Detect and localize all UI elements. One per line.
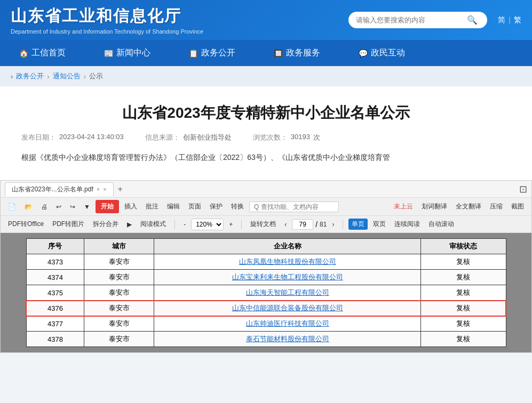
toolbar-convert[interactable]: 转换 xyxy=(228,200,247,213)
article-intro: 根据《优质中小企业梯度培育管理暂行办法》（工信部企业〔2022〕63号）、《山东… xyxy=(21,151,511,164)
page-input[interactable]: 79 xyxy=(292,219,313,230)
meta-date: 发布日期： 2023-04-24 13:40:03 xyxy=(21,133,124,142)
view-continuous[interactable]: 连续阅读 xyxy=(391,218,423,230)
table-header-row: 序号 城市 企业名称 审核状态 xyxy=(26,239,506,254)
toolbar-print[interactable]: 🖨 xyxy=(38,201,51,212)
cell-city: 泰安市 xyxy=(84,316,154,332)
pdf-to-office[interactable]: PDF转Office xyxy=(5,218,47,230)
toolbar-file-icon[interactable]: 📄 xyxy=(5,201,19,212)
news-icon: 📰 xyxy=(104,49,113,58)
search-icon[interactable]: 🔍 xyxy=(467,15,478,25)
toolbar-page[interactable]: 页面 xyxy=(185,200,204,213)
nav-item-home[interactable]: 🏠 工信首页 xyxy=(0,40,85,66)
table-row: 4375泰安市山东海天智能工程有限公司复核 xyxy=(26,285,506,301)
search-input[interactable] xyxy=(356,16,463,24)
company-table: 序号 城市 企业名称 审核状态 4373泰安市山东凤凰生物科技股份有限公司复核4… xyxy=(26,238,506,347)
pdf-tab-add[interactable]: + xyxy=(118,184,123,194)
view-mode-group: 单页 双页 连续阅读 自动滚动 xyxy=(348,218,457,230)
toolbar-protect[interactable]: 保护 xyxy=(207,200,226,213)
toolbar-arrow[interactable]: ▼ xyxy=(81,201,93,212)
toolbar-search-box[interactable] xyxy=(249,201,339,212)
table-row: 4377泰安市山东帅迪医疗科技有限公司复核 xyxy=(26,316,506,332)
toolbar-word-translate[interactable]: 划词翻译 xyxy=(418,200,450,213)
page-prev[interactable]: ‹ xyxy=(281,219,290,230)
nav-item-gov-service[interactable]: 🔲 政务服务 xyxy=(255,40,339,66)
views-count: 30193 xyxy=(291,133,310,142)
nav-item-news[interactable]: 📰 新闻中心 xyxy=(85,40,170,66)
pdf-window-controls: ⊡ xyxy=(519,183,527,195)
col-header-company: 企业名称 xyxy=(154,239,421,254)
page-meta: 发布日期： 2023-04-24 13:40:03 信息来源： 创新创业指导处 … xyxy=(21,133,511,142)
breadcrumb-gov-open[interactable]: 政务公开 xyxy=(16,71,44,81)
cell-company[interactable]: 山东帅迪医疗科技有限公司 xyxy=(154,316,421,332)
cell-id: 4373 xyxy=(26,254,84,270)
toolbar-screenshot[interactable]: 截图 xyxy=(508,200,527,213)
toolbar-open[interactable]: 📂 xyxy=(21,201,36,212)
toolbar-start[interactable]: 开始 xyxy=(96,200,119,213)
pdf-tab-active[interactable]: 山东省2023年...公示名单.pdf × × xyxy=(5,182,114,196)
home-icon: 🏠 xyxy=(19,49,28,58)
source-value: 创新创业指导处 xyxy=(183,133,232,142)
table-row: 4378泰安市泰石节能材料股份有限公司复核 xyxy=(26,332,506,347)
logo-subtitle: Department of Industry and Information T… xyxy=(11,28,203,35)
page-total: 81 xyxy=(320,221,327,228)
cell-id: 4378 xyxy=(26,332,84,347)
toolbar-annotate[interactable]: 批注 xyxy=(142,200,162,213)
view-single[interactable]: 单页 xyxy=(348,219,368,230)
cell-company[interactable]: 山东宝来利来生物工程股份有限公司 xyxy=(154,270,421,285)
toolbar-sep2 xyxy=(241,220,242,229)
pdf-tab-close[interactable]: × xyxy=(97,186,100,192)
toolbar-insert[interactable]: 插入 xyxy=(121,200,140,213)
read-mode[interactable]: 阅读模式 xyxy=(137,218,169,230)
play-btn[interactable]: ▶ xyxy=(124,219,135,230)
toolbar-full-translate[interactable]: 全文翻译 xyxy=(452,200,485,213)
toolbar-edit[interactable]: 编辑 xyxy=(164,200,183,213)
interaction-icon: 💬 xyxy=(359,49,368,58)
toolbar-search-input[interactable] xyxy=(254,203,334,211)
intro-text: 根据《优质中小企业梯度培育管理暂行办法》（工信部企业〔2022〕63号）、《山东… xyxy=(21,153,390,162)
breadcrumb-notice[interactable]: 通知公告 xyxy=(53,71,81,81)
nav-label-gov-open: 政务公开 xyxy=(201,47,235,59)
cell-status: 复核 xyxy=(421,270,506,285)
gov-service-icon: 🔲 xyxy=(274,49,283,58)
cell-id: 4375 xyxy=(26,285,84,301)
page-next[interactable]: › xyxy=(329,219,337,230)
lang-switch: 简 | 繁 xyxy=(498,15,521,25)
search-bar[interactable]: 🔍 xyxy=(348,12,487,28)
view-auto-scroll[interactable]: 自动滚动 xyxy=(425,218,457,230)
cell-status: 复核 xyxy=(421,254,506,270)
toolbar-redo[interactable]: ↪ xyxy=(67,201,78,212)
views-label: 浏览次数： xyxy=(253,133,288,142)
nav-item-gov-open[interactable]: 📋 政务公开 xyxy=(170,40,255,66)
nav-item-interaction[interactable]: 💬 政民互动 xyxy=(339,40,424,66)
meta-source: 信息来源： 创新创业指导处 xyxy=(145,133,232,142)
zoom-select[interactable]: 120% 100% 150% xyxy=(191,219,224,230)
pdf-to-img[interactable]: PDF转图片 xyxy=(49,218,88,230)
zoom-in[interactable]: + xyxy=(226,219,236,230)
toolbar-undo[interactable]: ↩ xyxy=(53,201,65,212)
pdf-page: 序号 城市 企业名称 审核状态 4373泰安市山东凤凰生物科技股份有限公司复核4… xyxy=(26,238,506,347)
page-title: 山东省2023年度专精特新中小企业名单公示 xyxy=(21,102,511,123)
lang-traditional[interactable]: 繁 xyxy=(514,15,521,25)
pdf-zoom-group: - 120% 100% 150% + xyxy=(180,219,236,230)
zoom-out[interactable]: - xyxy=(180,219,189,230)
pdf-tab-bar: 山东省2023年...公示名单.pdf × × + ⊡ xyxy=(1,181,531,198)
nav-label-interaction: 政民互动 xyxy=(371,47,405,59)
cell-company[interactable]: 泰石节能材料股份有限公司 xyxy=(154,332,421,347)
source-label: 信息来源： xyxy=(145,133,180,142)
toolbar-compress[interactable]: 压缩 xyxy=(487,200,506,213)
article-content: 山东省2023年度专精特新中小企业名单公示 发布日期： 2023-04-24 1… xyxy=(0,86,532,180)
toolbar-not-uploaded[interactable]: 未上云 xyxy=(391,200,416,213)
split-merge[interactable]: 拆分合并 xyxy=(90,218,122,230)
breadcrumb-sep2: › xyxy=(47,72,49,80)
table-row: 4373泰安市山东凤凰生物科技股份有限公司复核 xyxy=(26,254,506,270)
site-header: 山东省工业和信息化厅 Department of Industry and In… xyxy=(0,0,532,40)
lang-simple[interactable]: 简 xyxy=(498,15,505,25)
cell-company[interactable]: 山东中信能源联合装备股份有限公司 xyxy=(154,301,421,316)
view-double[interactable]: 双页 xyxy=(370,218,389,230)
cell-company[interactable]: 山东凤凰生物科技股份有限公司 xyxy=(154,254,421,270)
rotate-doc[interactable]: 旋转文档 xyxy=(247,218,279,230)
breadcrumb-sep3: › xyxy=(84,72,86,80)
main-nav: 🏠 工信首页 📰 新闻中心 📋 政务公开 🔲 政务服务 💬 政民互动 xyxy=(0,40,532,66)
cell-company[interactable]: 山东海天智能工程有限公司 xyxy=(154,285,421,301)
